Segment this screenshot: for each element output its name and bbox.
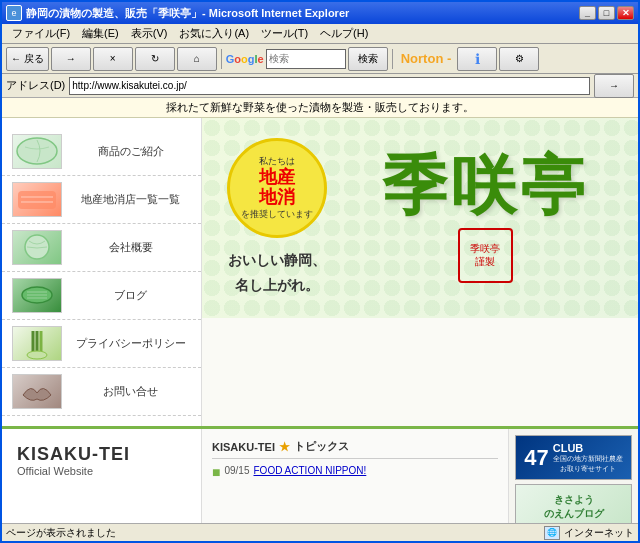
title-bar-left: e 静岡の漬物の製造、販売「季咲亭」- Microsoft Internet E… [6, 5, 349, 21]
hero-section: 私たちは 地産地消 を推奨しています おいしい静岡、 名し上がれ。 [202, 118, 638, 318]
toolbar: ← 戻る → × ↻ ⌂ Google 検索 Norton - ℹ ⚙ [2, 44, 638, 74]
badge-main: 地産地消 [259, 168, 295, 208]
banner-47club[interactable]: 47 CLUB 全国の地方新聞社農産お取り寄せサイト [515, 435, 632, 480]
nav-label-about: 会社概要 [70, 240, 191, 255]
ie-window: e 静岡の漬物の製造、販売「季咲亭」- Microsoft Internet E… [0, 0, 640, 543]
bottom-mid: KISAKU-TEI ★ トピックス ■ 09/15 FOOD ACTION N… [202, 429, 508, 523]
nav-thumb-cucumber [12, 278, 62, 313]
topics-item: ■ 09/15 FOOD ACTION NIPPON! [212, 465, 498, 479]
status-left: ページが表示されました [6, 526, 536, 540]
nav-thumb-negi [12, 326, 62, 361]
status-right: 🌐 インターネット [544, 526, 634, 540]
info-button[interactable]: ℹ [457, 47, 497, 71]
ie-icon: e [6, 5, 22, 21]
bottom-left: KISAKU-TEI Official Website [2, 429, 202, 523]
zone-icon: 🌐 [544, 526, 560, 540]
refresh-button[interactable]: ↻ [135, 47, 175, 71]
google-search-box: Google 検索 [226, 47, 388, 71]
nav-products[interactable]: 商品のご紹介 [2, 128, 201, 176]
nav-label-contact: お問い合せ [70, 384, 191, 399]
nav-thumb-hakusai [12, 134, 62, 169]
badge-small-bot: を推奨しています [241, 208, 313, 221]
logo-block: 季咲亭 季咲亭 謹製 [382, 154, 589, 283]
google-logo: Google [226, 53, 264, 65]
site-logo-kanji: 季咲亭 [382, 154, 589, 219]
hero-left: 私たちは 地産地消 を推奨しています おいしい静岡、 名し上がれ。 [212, 128, 342, 308]
svg-point-0 [17, 138, 57, 164]
norton-logo: Norton - [401, 51, 452, 66]
menu-edit[interactable]: 編集(E) [76, 24, 125, 43]
hero-right: 季咲亭 季咲亭 謹製 [342, 128, 628, 308]
status-text: ページが表示されました [6, 527, 116, 538]
google-search-button[interactable]: 検索 [348, 47, 388, 71]
address-bar: アドレス(D) → [2, 74, 638, 98]
nav-label-stores: 地産地消店一覧一覧 [70, 192, 191, 207]
maximize-button[interactable]: □ [598, 6, 615, 20]
info-text: 採れたて新鮮な野菜を使った漬物を製造・販売しております。 [166, 101, 474, 113]
banner-kisako[interactable]: きさようのえんブログ [515, 484, 632, 523]
zone-label: インターネット [564, 526, 634, 540]
site-main: 商品のご紹介 地産地消店一覧一覧 会社概要 [2, 118, 638, 426]
content-area: 採れたて新鮮な野菜を使った漬物を製造・販売しております。 商品のご紹介 [2, 98, 638, 523]
nav-label-privacy: プライバシーポリシー [70, 336, 191, 351]
topics-link[interactable]: FOOD ACTION NIPPON! [254, 465, 367, 476]
nav-about[interactable]: 会社概要 [2, 224, 201, 272]
nav-thumb-salmon [12, 182, 62, 217]
nav-thumb-cabbage [12, 230, 62, 265]
topics-bullet: ■ [212, 465, 220, 479]
google-search-input[interactable] [266, 49, 346, 69]
address-input[interactable] [69, 77, 590, 95]
svg-rect-1 [18, 191, 56, 209]
circle-badge: 私たちは 地産地消 を推奨しています [227, 138, 327, 238]
topics-header: KISAKU-TEI ★ トピックス [212, 439, 498, 459]
title-bar: e 静岡の漬物の製造、販売「季咲亭」- Microsoft Internet E… [2, 2, 638, 24]
nav-contact[interactable]: お問い合せ [2, 368, 201, 416]
nav-label-products: 商品のご紹介 [70, 144, 191, 159]
banner-47-sub: 全国の地方新聞社農産お取り寄せサイト [553, 454, 623, 474]
nav-label-blog: ブログ [70, 288, 191, 303]
menu-file[interactable]: ファイル(F) [6, 24, 76, 43]
nav-blog[interactable]: ブログ [2, 272, 201, 320]
website: 商品のご紹介 地産地消店一覧一覧 会社概要 [2, 118, 638, 523]
page-content: 商品のご紹介 地産地消店一覧一覧 会社概要 [2, 118, 638, 523]
nav-stores[interactable]: 地産地消店一覧一覧 [2, 176, 201, 224]
go-button[interactable]: → [594, 74, 634, 98]
menu-tools[interactable]: ツール(T) [255, 24, 314, 43]
banner-47-club: CLUB [553, 442, 584, 454]
menu-favorites[interactable]: お気に入り(A) [173, 24, 255, 43]
menu-bar: ファイル(F) 編集(E) 表示(V) お気に入り(A) ツール(T) ヘルプ(… [2, 24, 638, 44]
status-bar: ページが表示されました 🌐 インターネット [2, 523, 638, 541]
tools-button[interactable]: ⚙ [499, 47, 539, 71]
forward-button[interactable]: → [51, 47, 91, 71]
address-label: アドレス(D) [6, 78, 65, 93]
toolbar-separator-2 [392, 49, 393, 69]
nav-privacy[interactable]: プライバシーポリシー [2, 320, 201, 368]
svg-point-7 [27, 351, 47, 359]
close-button[interactable]: ✕ [617, 6, 634, 20]
toolbar-separator [221, 49, 222, 69]
company-sub: Official Website [17, 465, 186, 477]
hero-area: 私たちは 地産地消 を推奨しています おいしい静岡、 名し上がれ。 [202, 118, 638, 426]
left-nav: 商品のご紹介 地産地消店一覧一覧 会社概要 [2, 118, 202, 426]
stop-button[interactable]: × [93, 47, 133, 71]
star-icon: ★ [279, 440, 290, 454]
logo-extras: 季咲亭 謹製 [458, 223, 513, 283]
minimize-button[interactable]: _ [579, 6, 596, 20]
bottom-section: KISAKU-TEI Official Website KISAKU-TEI ★… [2, 426, 638, 523]
stamp: 季咲亭 謹製 [458, 228, 513, 283]
back-button[interactable]: ← 戻る [6, 47, 49, 71]
hero-tagline: おいしい静岡、 名し上がれ。 [212, 248, 342, 298]
window-title: 静岡の漬物の製造、販売「季咲亭」- Microsoft Internet Exp… [26, 6, 349, 21]
info-bar: 採れたて新鮮な野菜を使った漬物を製造・販売しております。 [2, 98, 638, 118]
nav-thumb-ginger [12, 374, 62, 409]
window-controls: _ □ ✕ [579, 6, 634, 20]
home-button[interactable]: ⌂ [177, 47, 217, 71]
bottom-right: 47 CLUB 全国の地方新聞社農産お取り寄せサイト きさようのえんブログ [508, 429, 638, 523]
menu-view[interactable]: 表示(V) [125, 24, 174, 43]
company-name-en: KISAKU-TEI [17, 444, 186, 465]
menu-help[interactable]: ヘルプ(H) [314, 24, 374, 43]
topics-date: 09/15 [224, 465, 249, 476]
banner-kisako-text: きさようのえんブログ [544, 493, 604, 521]
banner-47-number: 47 [524, 445, 548, 471]
